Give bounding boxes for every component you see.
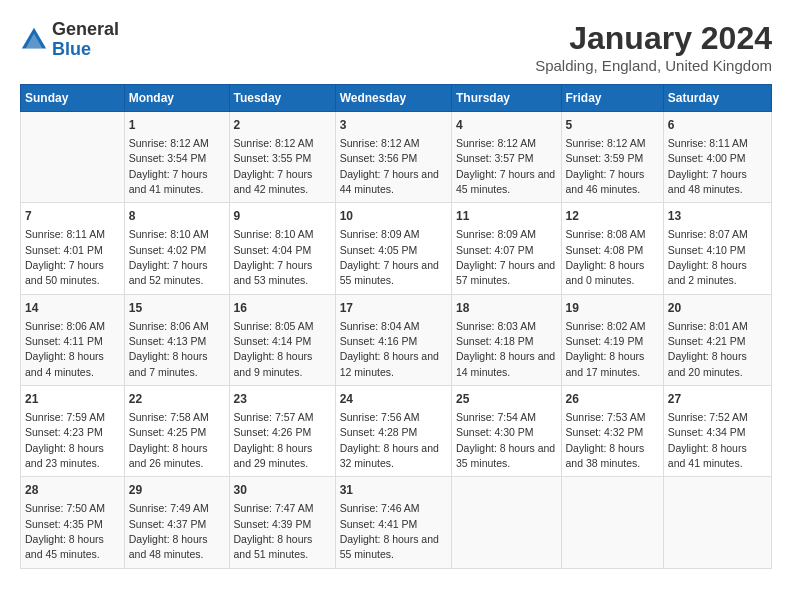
- title-block: January 2024 Spalding, England, United K…: [535, 20, 772, 74]
- day-info: Sunrise: 7:52 AMSunset: 4:34 PMDaylight:…: [668, 411, 748, 469]
- day-number: 2: [234, 117, 331, 134]
- table-row: 2Sunrise: 8:12 AMSunset: 3:55 PMDaylight…: [229, 112, 335, 203]
- month-title: January 2024: [535, 20, 772, 57]
- day-info: Sunrise: 7:53 AMSunset: 4:32 PMDaylight:…: [566, 411, 646, 469]
- header-thursday: Thursday: [451, 85, 561, 112]
- table-row: 5Sunrise: 8:12 AMSunset: 3:59 PMDaylight…: [561, 112, 663, 203]
- calendar-week-row: 1Sunrise: 8:12 AMSunset: 3:54 PMDaylight…: [21, 112, 772, 203]
- table-row: 1Sunrise: 8:12 AMSunset: 3:54 PMDaylight…: [124, 112, 229, 203]
- table-row: 18Sunrise: 8:03 AMSunset: 4:18 PMDayligh…: [451, 294, 561, 385]
- header-saturday: Saturday: [663, 85, 771, 112]
- day-info: Sunrise: 7:54 AMSunset: 4:30 PMDaylight:…: [456, 411, 555, 469]
- day-info: Sunrise: 8:12 AMSunset: 3:57 PMDaylight:…: [456, 137, 555, 195]
- day-number: 11: [456, 208, 557, 225]
- table-row: 23Sunrise: 7:57 AMSunset: 4:26 PMDayligh…: [229, 386, 335, 477]
- day-number: 8: [129, 208, 225, 225]
- day-info: Sunrise: 8:12 AMSunset: 3:55 PMDaylight:…: [234, 137, 314, 195]
- day-number: 15: [129, 300, 225, 317]
- day-number: 31: [340, 482, 447, 499]
- day-number: 14: [25, 300, 120, 317]
- day-info: Sunrise: 8:03 AMSunset: 4:18 PMDaylight:…: [456, 320, 555, 378]
- logo: General Blue: [20, 20, 119, 60]
- header-wednesday: Wednesday: [335, 85, 451, 112]
- calendar-week-row: 14Sunrise: 8:06 AMSunset: 4:11 PMDayligh…: [21, 294, 772, 385]
- table-row: [451, 477, 561, 568]
- day-info: Sunrise: 8:06 AMSunset: 4:11 PMDaylight:…: [25, 320, 105, 378]
- table-row: [561, 477, 663, 568]
- table-row: 14Sunrise: 8:06 AMSunset: 4:11 PMDayligh…: [21, 294, 125, 385]
- day-number: 16: [234, 300, 331, 317]
- table-row: 22Sunrise: 7:58 AMSunset: 4:25 PMDayligh…: [124, 386, 229, 477]
- calendar-header-row: Sunday Monday Tuesday Wednesday Thursday…: [21, 85, 772, 112]
- day-number: 28: [25, 482, 120, 499]
- header-tuesday: Tuesday: [229, 85, 335, 112]
- day-number: 24: [340, 391, 447, 408]
- day-info: Sunrise: 7:49 AMSunset: 4:37 PMDaylight:…: [129, 502, 209, 560]
- table-row: [663, 477, 771, 568]
- header-friday: Friday: [561, 85, 663, 112]
- day-info: Sunrise: 8:01 AMSunset: 4:21 PMDaylight:…: [668, 320, 748, 378]
- table-row: 12Sunrise: 8:08 AMSunset: 4:08 PMDayligh…: [561, 203, 663, 294]
- day-info: Sunrise: 7:50 AMSunset: 4:35 PMDaylight:…: [25, 502, 105, 560]
- day-info: Sunrise: 8:02 AMSunset: 4:19 PMDaylight:…: [566, 320, 646, 378]
- table-row: 15Sunrise: 8:06 AMSunset: 4:13 PMDayligh…: [124, 294, 229, 385]
- calendar-week-row: 7Sunrise: 8:11 AMSunset: 4:01 PMDaylight…: [21, 203, 772, 294]
- day-info: Sunrise: 8:12 AMSunset: 3:54 PMDaylight:…: [129, 137, 209, 195]
- day-number: 19: [566, 300, 659, 317]
- day-number: 12: [566, 208, 659, 225]
- calendar-table: Sunday Monday Tuesday Wednesday Thursday…: [20, 84, 772, 569]
- table-row: 17Sunrise: 8:04 AMSunset: 4:16 PMDayligh…: [335, 294, 451, 385]
- table-row: 4Sunrise: 8:12 AMSunset: 3:57 PMDaylight…: [451, 112, 561, 203]
- day-info: Sunrise: 8:04 AMSunset: 4:16 PMDaylight:…: [340, 320, 439, 378]
- day-number: 10: [340, 208, 447, 225]
- table-row: 20Sunrise: 8:01 AMSunset: 4:21 PMDayligh…: [663, 294, 771, 385]
- day-info: Sunrise: 8:12 AMSunset: 3:56 PMDaylight:…: [340, 137, 439, 195]
- table-row: 8Sunrise: 8:10 AMSunset: 4:02 PMDaylight…: [124, 203, 229, 294]
- calendar-week-row: 21Sunrise: 7:59 AMSunset: 4:23 PMDayligh…: [21, 386, 772, 477]
- day-info: Sunrise: 8:09 AMSunset: 4:05 PMDaylight:…: [340, 228, 439, 286]
- day-number: 23: [234, 391, 331, 408]
- day-info: Sunrise: 8:12 AMSunset: 3:59 PMDaylight:…: [566, 137, 646, 195]
- day-info: Sunrise: 7:57 AMSunset: 4:26 PMDaylight:…: [234, 411, 314, 469]
- table-row: 6Sunrise: 8:11 AMSunset: 4:00 PMDaylight…: [663, 112, 771, 203]
- day-info: Sunrise: 7:46 AMSunset: 4:41 PMDaylight:…: [340, 502, 439, 560]
- table-row: 25Sunrise: 7:54 AMSunset: 4:30 PMDayligh…: [451, 386, 561, 477]
- day-number: 5: [566, 117, 659, 134]
- day-number: 3: [340, 117, 447, 134]
- logo-general-text: General: [52, 19, 119, 39]
- day-info: Sunrise: 7:47 AMSunset: 4:39 PMDaylight:…: [234, 502, 314, 560]
- day-info: Sunrise: 8:07 AMSunset: 4:10 PMDaylight:…: [668, 228, 748, 286]
- day-number: 17: [340, 300, 447, 317]
- calendar-week-row: 28Sunrise: 7:50 AMSunset: 4:35 PMDayligh…: [21, 477, 772, 568]
- day-info: Sunrise: 8:10 AMSunset: 4:02 PMDaylight:…: [129, 228, 209, 286]
- day-number: 30: [234, 482, 331, 499]
- day-number: 18: [456, 300, 557, 317]
- table-row: 13Sunrise: 8:07 AMSunset: 4:10 PMDayligh…: [663, 203, 771, 294]
- day-number: 22: [129, 391, 225, 408]
- day-info: Sunrise: 8:11 AMSunset: 4:00 PMDaylight:…: [668, 137, 748, 195]
- day-info: Sunrise: 8:09 AMSunset: 4:07 PMDaylight:…: [456, 228, 555, 286]
- page-header: General Blue January 2024 Spalding, Engl…: [20, 20, 772, 74]
- day-number: 7: [25, 208, 120, 225]
- day-number: 6: [668, 117, 767, 134]
- table-row: 7Sunrise: 8:11 AMSunset: 4:01 PMDaylight…: [21, 203, 125, 294]
- day-info: Sunrise: 7:59 AMSunset: 4:23 PMDaylight:…: [25, 411, 105, 469]
- table-row: 11Sunrise: 8:09 AMSunset: 4:07 PMDayligh…: [451, 203, 561, 294]
- day-info: Sunrise: 8:08 AMSunset: 4:08 PMDaylight:…: [566, 228, 646, 286]
- table-row: 31Sunrise: 7:46 AMSunset: 4:41 PMDayligh…: [335, 477, 451, 568]
- day-info: Sunrise: 7:56 AMSunset: 4:28 PMDaylight:…: [340, 411, 439, 469]
- table-row: 21Sunrise: 7:59 AMSunset: 4:23 PMDayligh…: [21, 386, 125, 477]
- table-row: 30Sunrise: 7:47 AMSunset: 4:39 PMDayligh…: [229, 477, 335, 568]
- day-number: 26: [566, 391, 659, 408]
- day-info: Sunrise: 8:06 AMSunset: 4:13 PMDaylight:…: [129, 320, 209, 378]
- day-info: Sunrise: 8:05 AMSunset: 4:14 PMDaylight:…: [234, 320, 314, 378]
- day-number: 1: [129, 117, 225, 134]
- location: Spalding, England, United Kingdom: [535, 57, 772, 74]
- logo-blue-text: Blue: [52, 39, 91, 59]
- day-number: 4: [456, 117, 557, 134]
- table-row: [21, 112, 125, 203]
- table-row: 28Sunrise: 7:50 AMSunset: 4:35 PMDayligh…: [21, 477, 125, 568]
- day-number: 21: [25, 391, 120, 408]
- table-row: 16Sunrise: 8:05 AMSunset: 4:14 PMDayligh…: [229, 294, 335, 385]
- table-row: 10Sunrise: 8:09 AMSunset: 4:05 PMDayligh…: [335, 203, 451, 294]
